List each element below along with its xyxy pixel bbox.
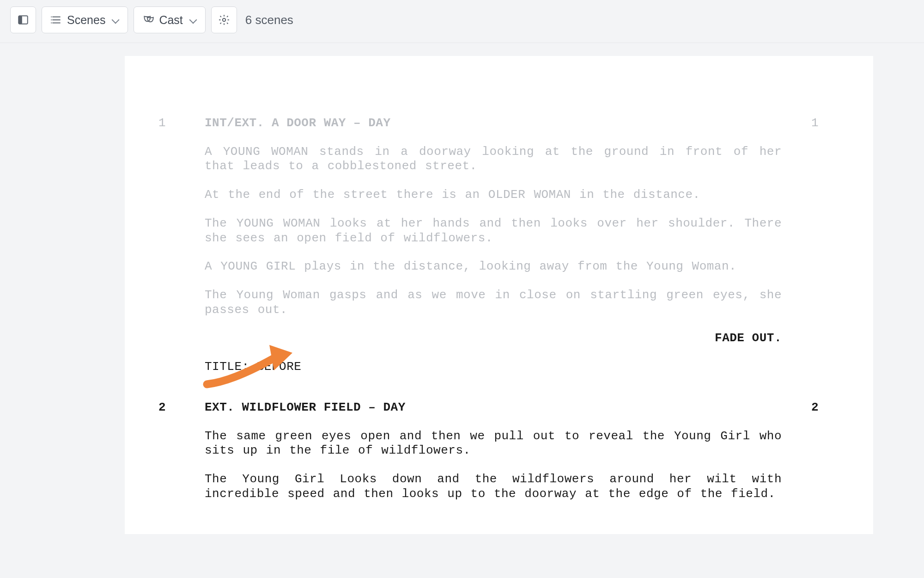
- scenes-dropdown-label: Scenes: [67, 13, 105, 27]
- action-text[interactable]: The YOUNG WOMAN looks at her hands and t…: [205, 216, 782, 246]
- svg-rect-1: [18, 16, 22, 24]
- svg-point-7: [51, 22, 52, 23]
- action-text[interactable]: A YOUNG WOMAN stands in a doorway lookin…: [205, 145, 782, 174]
- script-page[interactable]: 1 1 INT/EXT. A DOOR WAY – DAY A YOUNG WO…: [125, 56, 873, 534]
- editor-viewport: 1 1 INT/EXT. A DOOR WAY – DAY A YOUNG WO…: [0, 43, 924, 534]
- toggle-sidebar-button[interactable]: [10, 6, 36, 33]
- chevron-down-icon: [189, 16, 197, 24]
- cast-dropdown-label: Cast: [159, 13, 182, 27]
- transition[interactable]: FADE OUT.: [161, 331, 782, 346]
- action-text[interactable]: The Young Girl Looks down and the wildfl…: [205, 472, 782, 501]
- scene-number-right: 1: [811, 116, 819, 131]
- action-text[interactable]: The same green eyes open and then we pul…: [205, 429, 782, 458]
- svg-point-6: [51, 19, 52, 20]
- scene-number-left: 2: [158, 400, 166, 415]
- scene-heading[interactable]: INT/EXT. A DOOR WAY – DAY: [205, 116, 800, 131]
- action-text[interactable]: A YOUNG GIRL plays in the distance, look…: [205, 259, 782, 274]
- svg-point-8: [223, 18, 226, 22]
- cast-dropdown-button[interactable]: Cast: [134, 6, 205, 33]
- action-text[interactable]: At the end of the street there is an OLD…: [205, 188, 782, 203]
- scene-block-2: 2 2 EXT. WILDFLOWER FIELD – DAY The same…: [161, 400, 837, 502]
- scene-count-label: 6 scenes: [243, 13, 293, 27]
- masks-icon: [142, 14, 154, 26]
- scene-block-1: 1 1 INT/EXT. A DOOR WAY – DAY A YOUNG WO…: [161, 116, 837, 317]
- list-icon: [50, 14, 62, 26]
- scene-heading[interactable]: EXT. WILDFLOWER FIELD – DAY: [205, 400, 800, 415]
- scene-number-right: 2: [811, 400, 819, 415]
- sidebar-icon: [17, 14, 29, 26]
- action-text[interactable]: The Young Woman gasps and as we move in …: [205, 288, 782, 317]
- scenes-dropdown-button[interactable]: Scenes: [42, 6, 128, 33]
- gear-icon: [218, 14, 230, 26]
- toolbar: Scenes Cast 6 scenes: [0, 0, 924, 43]
- scene-number-left: 1: [158, 116, 166, 131]
- svg-point-5: [51, 16, 52, 17]
- settings-button[interactable]: [211, 6, 237, 33]
- title-card[interactable]: TITLE: BEFORE: [205, 360, 837, 375]
- chevron-down-icon: [112, 16, 119, 24]
